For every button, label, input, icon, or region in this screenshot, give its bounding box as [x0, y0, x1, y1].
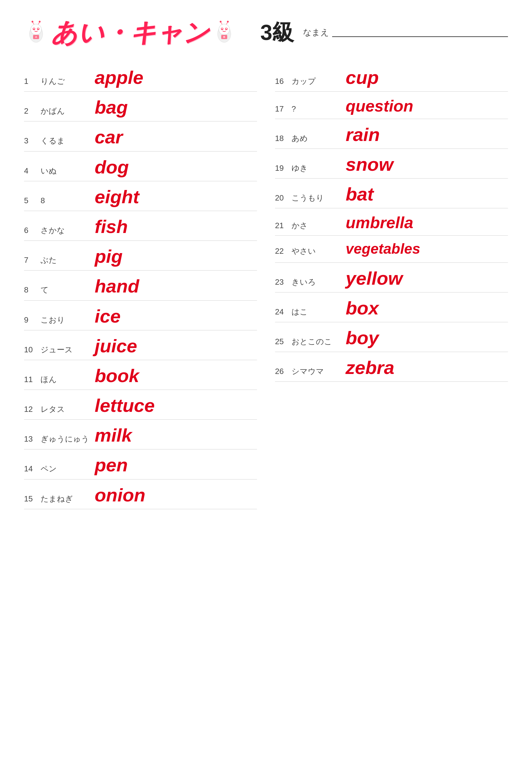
word-number: 5 [24, 196, 40, 205]
word-english: ice [95, 306, 120, 327]
grade-kanji: 級 [272, 18, 294, 47]
svg-text:B: B [223, 35, 225, 38]
word-number: 14 [24, 464, 40, 473]
word-english: yellow [346, 268, 403, 288]
word-number: 2 [24, 106, 40, 116]
svg-point-9 [32, 21, 33, 23]
word-kana: かさ [291, 220, 346, 231]
word-number: 20 [275, 193, 291, 203]
mascot-right-icon: B [212, 21, 236, 45]
word-english: dog [95, 157, 129, 177]
word-kana: いぬ [40, 166, 95, 176]
word-english: onion [95, 485, 145, 505]
word-english: lettuce [95, 395, 155, 416]
svg-point-17 [226, 28, 227, 29]
table-row: 8てhand [24, 271, 257, 300]
word-number: 21 [275, 221, 291, 230]
table-row: 12レタスlettuce [24, 390, 257, 420]
word-number: 6 [24, 226, 40, 235]
word-number: 10 [24, 345, 40, 355]
table-row: 22やさいvegetables [275, 236, 508, 263]
table-row: 6さかなfish [24, 211, 257, 241]
table-row: 2かばんbag [24, 92, 257, 121]
word-kana: ぎゅうにゅう [40, 434, 95, 444]
word-kana: かばん [40, 106, 95, 116]
word-number: 8 [24, 285, 40, 295]
table-row: 3くるまcar [24, 121, 257, 151]
svg-point-11 [39, 21, 40, 23]
word-number: 4 [24, 166, 40, 175]
table-row: 24はこbox [275, 292, 508, 322]
word-kana: さかな [40, 225, 95, 236]
svg-point-4 [33, 28, 34, 29]
table-row: 7ぶたpig [24, 241, 257, 271]
table-row: 16カップcup [275, 62, 508, 92]
content-area: 1りんごapple2かばんbag3くるまcar4いぬdog58eight6さかな… [24, 62, 508, 509]
word-number: 3 [24, 136, 40, 145]
word-kana: こおり [40, 315, 95, 325]
word-english: bag [95, 97, 128, 117]
word-kana: あめ [291, 133, 346, 144]
word-kana: はこ [291, 307, 346, 317]
word-number: 1 [24, 77, 40, 86]
word-number: 18 [275, 134, 291, 143]
word-english: book [95, 366, 139, 386]
word-number: 9 [24, 315, 40, 325]
table-row: 17?question [275, 92, 508, 119]
word-kana: ジュース [40, 344, 95, 355]
word-kana: おとこのこ [291, 336, 346, 347]
name-label: なまえ [303, 27, 329, 38]
table-row: 21かさumbrella [275, 208, 508, 235]
grade-number: 3 [260, 20, 272, 45]
table-row: 23きいろyellow [275, 263, 508, 292]
table-row: 20こうもりbat [275, 178, 508, 208]
header-right: 3 級 なまえ [260, 18, 508, 47]
svg-point-1 [31, 24, 41, 35]
table-row: 26シマウマzebra [275, 352, 508, 382]
word-kana: こうもり [291, 193, 346, 203]
word-english: pen [95, 455, 128, 475]
word-english: snow [346, 154, 393, 175]
word-number: 13 [24, 435, 40, 444]
table-row: 4いぬdog [24, 151, 257, 181]
word-kana: 8 [40, 196, 95, 205]
word-english: apple [95, 67, 143, 88]
word-number: 23 [275, 277, 291, 287]
svg-point-13 [219, 24, 230, 35]
word-english: hand [95, 276, 139, 297]
table-row: 11ほんbook [24, 360, 257, 390]
word-english: milk [95, 425, 132, 446]
table-row: 10ジュースjuice [24, 330, 257, 360]
word-english: question [346, 97, 413, 115]
word-number: 7 [24, 255, 40, 265]
right-column: 16カップcup17?question18あめrain19ゆきsnow20こうも… [275, 62, 508, 509]
grade-block: 3 級 [260, 18, 294, 47]
word-english: zebra [346, 358, 394, 378]
word-kana: カップ [291, 76, 346, 87]
word-english: vegetables [346, 241, 420, 257]
name-input-line[interactable] [332, 28, 508, 37]
table-row: 9こおりice [24, 301, 257, 330]
word-number: 16 [275, 77, 291, 86]
word-kana: ペン [40, 464, 95, 474]
word-number: 11 [24, 375, 40, 384]
table-row: 15たまねぎonion [24, 479, 257, 509]
svg-point-21 [220, 21, 222, 23]
word-english: umbrella [346, 214, 413, 231]
table-row: 13ぎゅうにゅうmilk [24, 420, 257, 449]
logo-area: A あい・キャン B [24, 20, 236, 46]
table-row: 14ペンpen [24, 449, 257, 479]
word-english: box [346, 298, 379, 318]
word-english: juice [95, 336, 137, 356]
word-kana: ? [291, 104, 346, 114]
word-number: 25 [275, 337, 291, 346]
word-kana: レタス [40, 404, 95, 415]
table-row: 58eight [24, 181, 257, 211]
word-english: cup [346, 67, 379, 88]
svg-point-16 [222, 28, 223, 29]
word-kana: りんご [40, 76, 95, 87]
word-kana: シマウマ [291, 366, 346, 377]
word-english: rain [346, 124, 380, 145]
word-english: bat [346, 184, 373, 204]
svg-text:A: A [35, 35, 37, 38]
